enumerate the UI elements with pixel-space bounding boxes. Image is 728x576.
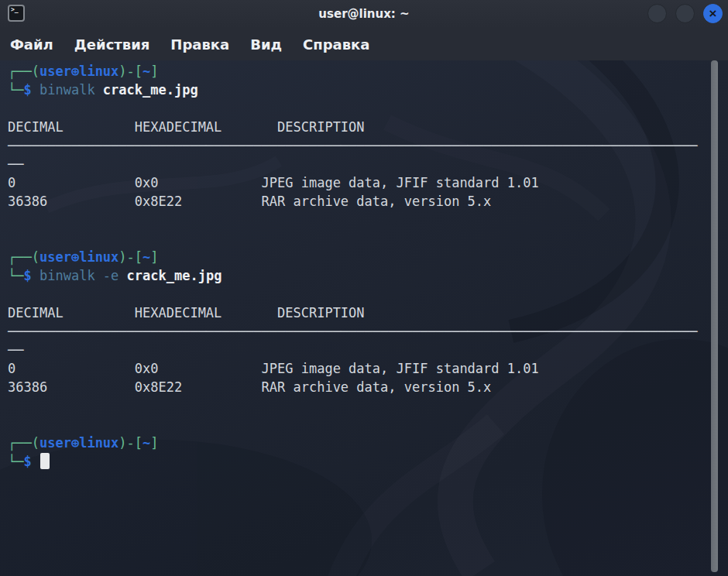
terminal-text-segment: └─: [8, 454, 23, 469]
maximize-button[interactable]: [675, 4, 695, 23]
terminal-text-segment: )-[: [118, 435, 143, 451]
terminal-window: >_ user@linux: ~ × Файл Действия Правка …: [0, 0, 728, 576]
terminal-text-segment: ⊕: [71, 63, 79, 79]
terminal-line: DECIMAL HEXADECIMAL DESCRIPTION: [8, 303, 717, 322]
terminal-line: [8, 415, 717, 434]
window-titlebar: >_ user@linux: ~ ×: [0, 0, 728, 28]
menu-bar: Файл Действия Правка Вид Справка: [0, 28, 728, 60]
terminal-line: └─$: [8, 452, 717, 471]
terminal-text-segment: ~: [143, 63, 150, 79]
terminal-text-segment: ┌──(: [8, 249, 39, 265]
terminal-text-segment: ]: [150, 249, 158, 265]
terminal-text-segment: ⊕: [71, 249, 79, 265]
terminal-app-icon: >_: [8, 5, 25, 22]
terminal-area[interactable]: ┌──(user⊕linux)-[~]└─$ binwalk crack_me.…: [0, 60, 728, 576]
terminal-text-segment: ────────────────────────────────────────…: [8, 324, 697, 339]
terminal-output: ┌──(user⊕linux)-[~]└─$ binwalk crack_me.…: [0, 60, 717, 576]
terminal-line: ┌──(user⊕linux)-[~]: [8, 248, 717, 266]
terminal-line: ──: [8, 341, 717, 359]
terminal-text-segment: )-[: [118, 249, 143, 265]
terminal-text-segment: $: [23, 82, 39, 98]
terminal-text-segment: binwalk: [39, 268, 103, 283]
terminal-line: ────────────────────────────────────────…: [8, 322, 717, 341]
terminal-line: └─$ binwalk crack_me.jpg: [8, 81, 717, 99]
terminal-text-segment: DECIMAL HEXADECIMAL DESCRIPTION: [8, 305, 365, 321]
close-button[interactable]: ×: [703, 4, 723, 23]
window-controls: ×: [647, 4, 723, 23]
terminal-text-segment: 0 0x0 JPEG image data, JFIF standard 1.0…: [8, 361, 539, 376]
terminal-text-segment: ────────────────────────────────────────…: [8, 138, 697, 153]
terminal-text-segment: crack_me.jpg: [103, 82, 198, 98]
menu-item-edit[interactable]: Правка: [170, 36, 229, 53]
terminal-line: 36386 0x8E22 RAR archive data, version 5…: [8, 192, 717, 211]
minimize-button[interactable]: [647, 4, 667, 23]
terminal-line: 0 0x0 JPEG image data, JFIF standard 1.0…: [8, 359, 717, 378]
terminal-line: [8, 211, 717, 229]
terminal-text-segment: ──: [8, 342, 23, 358]
terminal-text-segment: $: [23, 454, 39, 469]
terminal-line: ────────────────────────────────────────…: [8, 136, 717, 155]
terminal-text-segment: binwalk: [39, 82, 103, 98]
terminal-text-segment: ]: [150, 435, 158, 451]
terminal-text-segment: crack_me.jpg: [127, 268, 222, 283]
window-title: user@linux: ~: [318, 0, 409, 28]
terminal-line: [8, 229, 717, 248]
terminal-text-segment: user: [39, 63, 71, 79]
terminal-text-segment: ~: [143, 435, 150, 451]
terminal-text-segment: └─: [8, 268, 23, 283]
terminal-text-segment: linux: [79, 435, 118, 451]
terminal-line: ──: [8, 155, 717, 173]
terminal-text-segment: 36386 0x8E22 RAR archive data, version 5…: [8, 379, 491, 395]
terminal-line: [8, 396, 717, 415]
terminal-prompt-glyph: >_: [11, 7, 19, 13]
terminal-text-segment: user: [39, 249, 71, 265]
terminal-text-segment: └─: [8, 82, 23, 98]
terminal-line: └─$ binwalk -e crack_me.jpg: [8, 266, 717, 285]
terminal-line: 36386 0x8E22 RAR archive data, version 5…: [8, 378, 717, 396]
terminal-text-segment: DECIMAL HEXADECIMAL DESCRIPTION: [8, 119, 365, 135]
terminal-text-segment: ]: [150, 63, 158, 79]
terminal-text-segment: 36386 0x8E22 RAR archive data, version 5…: [8, 194, 491, 209]
menu-item-view[interactable]: Вид: [250, 36, 282, 53]
terminal-text-segment: user: [39, 435, 71, 451]
terminal-text-segment: ~: [143, 249, 150, 265]
terminal-text-segment: ⊕: [71, 435, 79, 451]
terminal-line: [8, 99, 717, 118]
terminal-text-segment: linux: [79, 249, 118, 265]
terminal-text-segment: )-[: [118, 63, 143, 79]
close-icon: ×: [704, 5, 722, 22]
menu-item-help[interactable]: Справка: [303, 36, 369, 53]
terminal-line: DECIMAL HEXADECIMAL DESCRIPTION: [8, 118, 717, 136]
terminal-text-segment: ┌──(: [8, 63, 39, 79]
scrollbar-thumb[interactable]: [711, 60, 718, 572]
terminal-cursor: [40, 453, 50, 469]
terminal-text-segment: -e: [103, 268, 127, 283]
terminal-line: ┌──(user⊕linux)-[~]: [8, 434, 717, 452]
terminal-text-segment: 0 0x0 JPEG image data, JFIF standard 1.0…: [8, 175, 539, 190]
terminal-text-segment: ┌──(: [8, 435, 39, 451]
terminal-line: ┌──(user⊕linux)-[~]: [8, 62, 717, 81]
terminal-line: [8, 285, 717, 303]
menu-item-file[interactable]: Файл: [10, 36, 53, 53]
menu-item-actions[interactable]: Действия: [74, 36, 150, 53]
terminal-text-segment: $: [23, 268, 39, 283]
terminal-line: 0 0x0 JPEG image data, JFIF standard 1.0…: [8, 173, 717, 192]
terminal-text-segment: ──: [8, 156, 23, 172]
terminal-text-segment: linux: [79, 63, 118, 79]
